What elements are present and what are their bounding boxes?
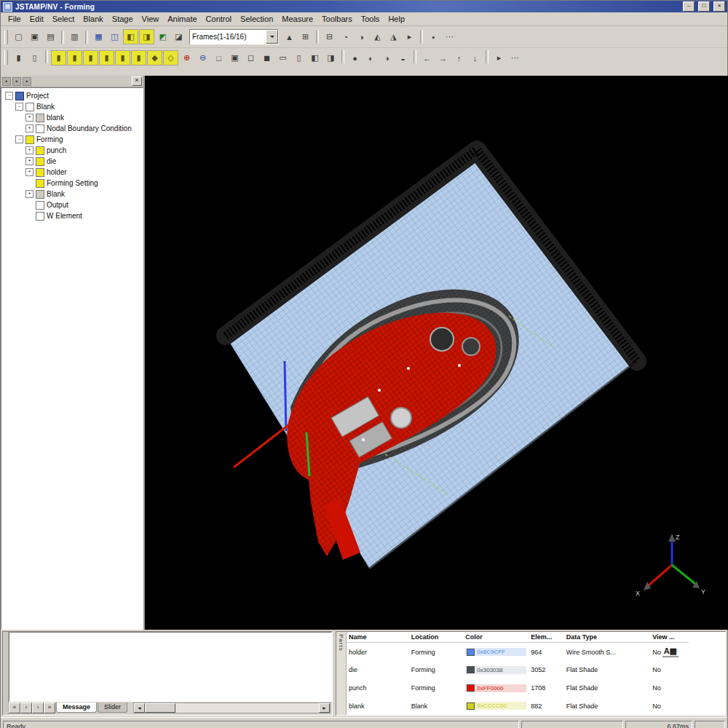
tree-item-output[interactable]: Output (3, 199, 143, 210)
expander-icon[interactable]: - (15, 135, 23, 143)
tool-icon[interactable]: ◫ (107, 29, 122, 44)
arrow-up-icon[interactable]: ↑ (451, 50, 467, 66)
tool-icon[interactable]: ◮ (386, 29, 401, 44)
tool-icon[interactable]: ▲ (282, 29, 297, 44)
tool-icon[interactable]: ◔ (338, 29, 353, 44)
show-part-icon[interactable]: ▮ (131, 50, 146, 66)
show-part-icon[interactable]: ▮ (83, 50, 98, 66)
panel-tool-icon[interactable]: ▪ (12, 77, 21, 86)
tree-item-forming[interactable]: - Forming (3, 134, 143, 145)
tree-item-blank-part[interactable]: + blank (3, 112, 143, 123)
text-tool-icon[interactable]: ⊞ (298, 29, 313, 44)
table-row-punch[interactable]: punch Forming 0xFF0000 1708 Flat Shade N… (347, 679, 689, 697)
expander-icon[interactable]: + (25, 114, 33, 122)
open-file-icon[interactable]: ▣ (27, 29, 42, 44)
tool-icon[interactable]: ▯ (291, 50, 306, 66)
menu-view[interactable]: View (138, 14, 164, 24)
menu-toolbars[interactable]: Toolbars (317, 14, 357, 24)
menu-measure[interactable]: Measure (277, 14, 317, 24)
tool-icon[interactable]: ⊟ (322, 29, 337, 44)
col-location[interactable]: Location (409, 632, 464, 643)
col-data-type[interactable]: Data Type (564, 632, 651, 643)
tree-item-blank-stage[interactable]: - Blank (3, 101, 143, 112)
arrow-right-icon[interactable]: → (435, 50, 451, 66)
more-tools-icon[interactable]: ⋯ (442, 29, 457, 44)
tool-icon[interactable]: ▣ (227, 50, 242, 66)
new-file-icon[interactable]: ▢ (11, 29, 26, 44)
col-view[interactable]: View ... (650, 632, 689, 643)
message-content[interactable] (9, 632, 332, 702)
tab-next-icon[interactable]: › (32, 703, 44, 713)
tool-icon[interactable]: ◧ (307, 50, 323, 66)
tree-item-nodal-boundary-condition[interactable]: + Nodal Boundary Condition (3, 123, 143, 134)
tree-item-blank[interactable]: + Blank (3, 189, 143, 199)
arrow-left-icon[interactable]: ← (419, 50, 435, 66)
tab-message[interactable]: Message (56, 703, 97, 713)
expander-icon[interactable]: + (25, 146, 33, 154)
chevron-down-icon[interactable] (266, 30, 278, 44)
menu-select[interactable]: Select (48, 14, 79, 24)
menu-help[interactable]: Help (384, 14, 409, 24)
tab-prev-icon[interactable]: ‹ (20, 703, 32, 713)
panel-tool-icon[interactable]: ▪ (23, 77, 31, 86)
table-row-blank[interactable]: blank Blank 0xCCCC00 882 Flat Shade No (347, 697, 689, 715)
menu-animate[interactable]: Animate (163, 14, 201, 24)
tool-icon[interactable]: ◩ (155, 29, 170, 44)
tool-icon[interactable]: ◼ (259, 50, 274, 66)
view-zoom-icon[interactable]: ◑ (379, 50, 395, 66)
project-tree[interactable]: - Project - Blank + blank + Noda (1, 87, 143, 630)
menu-selection[interactable]: Selection (236, 14, 277, 24)
tree-item-forming-setting[interactable]: Forming Setting (3, 178, 143, 189)
table-row-die[interactable]: die Forming 0x303038 3052 Flat Shade No (347, 661, 689, 679)
more-tools-icon[interactable]: ⋯ (507, 50, 523, 66)
scroll-left-icon[interactable]: ◄ (134, 703, 145, 713)
show-part-icon[interactable]: ▮ (51, 50, 66, 66)
expander-icon[interactable]: - (15, 103, 23, 111)
show-part-icon[interactable]: ◇ (163, 50, 178, 66)
panel-grip[interactable] (3, 632, 9, 715)
show-part-icon[interactable]: ◆ (147, 50, 162, 66)
tool-icon[interactable]: ⊕ (179, 50, 194, 66)
tool-icon[interactable]: ▭ (275, 50, 290, 66)
tab-slider[interactable]: Slider (98, 703, 127, 713)
minimize-button[interactable]: – (683, 1, 695, 12)
tab-last-icon[interactable]: » (44, 703, 55, 713)
save-file-icon[interactable]: ▤ (43, 29, 58, 44)
tree-item-project[interactable]: - Project (3, 90, 143, 101)
menu-file[interactable]: File (4, 14, 25, 24)
tool-icon[interactable]: ◭ (370, 29, 385, 44)
tree-item-punch[interactable]: + punch (3, 145, 143, 156)
tree-item-holder[interactable]: + holder (3, 167, 143, 178)
play-icon[interactable]: ▸ (491, 50, 507, 66)
scroll-thumb[interactable] (145, 703, 175, 713)
maximize-button[interactable]: □ (698, 1, 710, 12)
view-pan-icon[interactable]: ◐ (363, 50, 379, 66)
tree-item-w-element[interactable]: W Element (3, 210, 143, 221)
tool-icon[interactable]: □ (211, 50, 226, 66)
panel-tool-icon[interactable]: ▪ (2, 77, 11, 86)
tool-icon[interactable]: ◨ (323, 50, 339, 66)
frame-select-combo[interactable]: Frames(1-16/16) (189, 29, 279, 44)
show-part-icon[interactable]: ▮ (99, 50, 114, 66)
tool-icon[interactable]: ◨ (139, 29, 154, 44)
expander-icon[interactable]: + (25, 124, 33, 132)
col-name[interactable]: Name (347, 632, 409, 643)
menu-stage[interactable]: Stage (108, 14, 138, 24)
horizontal-scrollbar[interactable]: ◄ ► (133, 703, 331, 713)
col-elem[interactable]: Elem... (529, 632, 563, 643)
tool-icon[interactable]: ◧ (123, 29, 138, 44)
print-icon[interactable]: ▥ (67, 29, 82, 44)
view-rotate-icon[interactable]: ● (347, 50, 363, 66)
tool-icon[interactable]: ⊖ (195, 50, 210, 66)
menu-tools[interactable]: Tools (357, 14, 384, 24)
view-fit-icon[interactable]: ◒ (395, 50, 411, 66)
tool-icon[interactable]: ▮ (11, 50, 26, 66)
menu-control[interactable]: Control (202, 14, 236, 24)
table-row-holder[interactable]: holder Forming 0x6C9CFF 964 Wire Smooth … (347, 643, 689, 662)
show-part-icon[interactable]: ▮ (115, 50, 130, 66)
scroll-right-icon[interactable]: ► (319, 703, 330, 713)
close-button[interactable]: × (713, 1, 725, 12)
toolbar-grip[interactable] (4, 30, 8, 44)
tool-icon[interactable]: ◑ (354, 29, 369, 44)
expander-icon[interactable]: - (5, 92, 13, 100)
